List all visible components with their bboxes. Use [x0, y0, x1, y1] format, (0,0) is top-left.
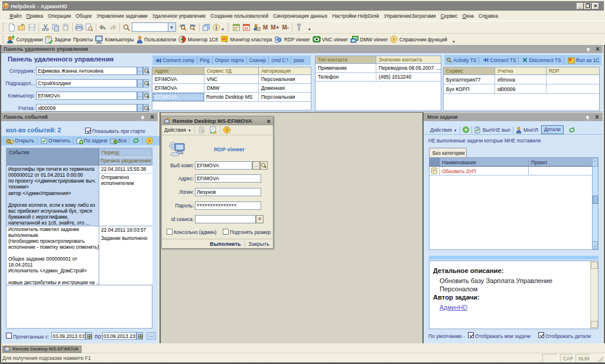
svg-text:?: ? [393, 37, 396, 43]
svg-text:1с: 1с [4, 4, 8, 9]
svg-text:31: 31 [245, 26, 249, 30]
svg-text:?: ? [225, 128, 228, 133]
svg-text:?: ? [148, 138, 151, 144]
svg-text:1С: 1С [222, 37, 227, 41]
